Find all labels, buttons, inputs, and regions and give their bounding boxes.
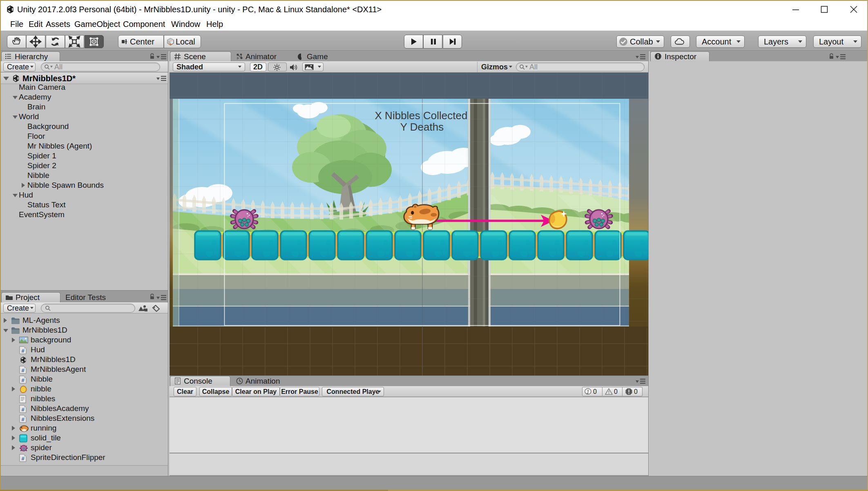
- svg-text:#: #: [21, 377, 25, 383]
- svg-text:X Nibbles Collected: X Nibbles Collected: [375, 109, 468, 122]
- svg-text:#: #: [21, 348, 25, 354]
- svg-text:#: #: [21, 416, 25, 422]
- svg-text:Y Deaths: Y Deaths: [400, 121, 444, 133]
- svg-text:#: #: [21, 407, 25, 413]
- svg-text:#: #: [21, 455, 25, 462]
- svg-text:#: #: [21, 367, 25, 373]
